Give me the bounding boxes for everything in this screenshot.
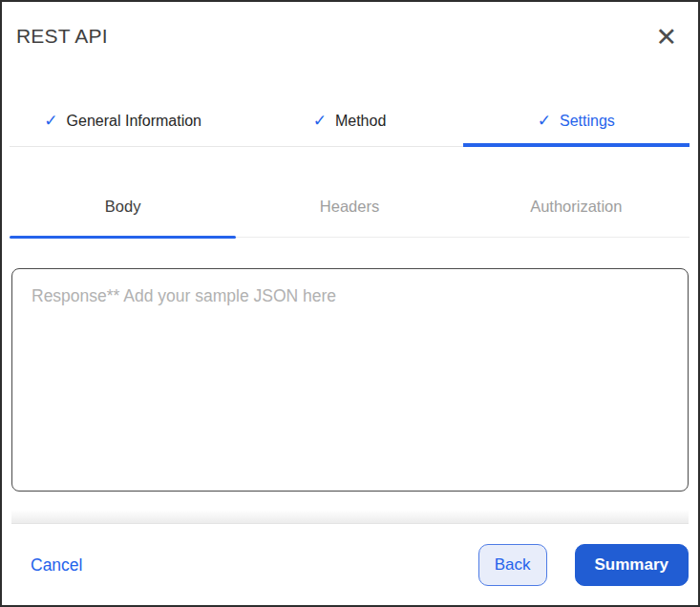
check-icon: ✓ (538, 111, 551, 131)
step-settings[interactable]: ✓ Settings (463, 111, 689, 146)
tab-headers[interactable]: Headers (236, 198, 462, 237)
rest-api-modal: REST API ✕ ✓ General Information ✓ Metho… (0, 0, 700, 607)
tab-content (2, 238, 698, 524)
step-label: General Information (67, 113, 202, 130)
modal-title: REST API (16, 25, 108, 48)
step-label: Method (335, 113, 386, 130)
check-icon: ✓ (44, 111, 57, 131)
tab-body[interactable]: Body (10, 198, 236, 237)
wizard-steps: ✓ General Information ✓ Method ✓ Setting… (10, 67, 689, 147)
settings-tabs: Body Headers Authorization (10, 147, 689, 238)
tab-authorization[interactable]: Authorization (463, 198, 689, 237)
step-label: Settings (560, 113, 615, 130)
step-method[interactable]: ✓ Method (236, 111, 462, 146)
back-button[interactable]: Back (478, 544, 547, 586)
check-icon: ✓ (313, 111, 327, 131)
cancel-button[interactable]: Cancel (31, 555, 82, 576)
content-divider (11, 510, 689, 524)
sample-json-input[interactable] (11, 268, 689, 492)
tab-label: Headers (320, 198, 379, 216)
modal-footer: Cancel Back Summary (2, 524, 698, 606)
close-icon[interactable]: ✕ (651, 22, 681, 52)
tab-label: Authorization (530, 198, 622, 216)
summary-button[interactable]: Summary (575, 544, 689, 586)
tab-label: Body (105, 198, 141, 216)
footer-actions: Back Summary (478, 544, 689, 586)
modal-header: REST API ✕ (2, 2, 698, 67)
step-general-information[interactable]: ✓ General Information (10, 111, 236, 146)
